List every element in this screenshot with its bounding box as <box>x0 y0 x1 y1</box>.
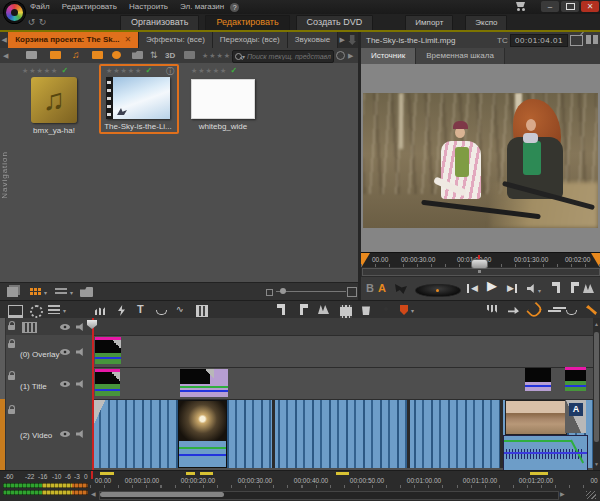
overlay-eye-icon[interactable] <box>60 349 70 355</box>
timecode-display[interactable]: 00:01:04.01 <box>510 34 568 47</box>
tabs-scroll-left-icon[interactable]: ◀ <box>0 32 8 48</box>
mark-out-icon[interactable] <box>571 282 574 293</box>
trash-icon[interactable] <box>362 305 370 315</box>
list-view-icon[interactable] <box>55 288 67 296</box>
tabs-scroll-right-icon[interactable]: ▶ <box>338 32 346 48</box>
tab-create-dvd[interactable]: Создать DVD <box>296 15 374 31</box>
film-icon[interactable] <box>340 305 352 318</box>
volume-dropdown-icon[interactable]: ▾ <box>538 285 541 297</box>
tab-import[interactable]: Импорт <box>405 15 453 31</box>
video-asset-thumbnail[interactable] <box>106 77 170 119</box>
scene-folder-icon[interactable] <box>80 287 93 297</box>
hscroll-right-icon[interactable]: ▶ <box>560 491 565 498</box>
tab-export[interactable]: Экспо <box>465 15 507 31</box>
dual-preview-icon[interactable] <box>586 35 598 44</box>
timeline-vertical-scrollbar[interactable]: ▲ ▼ <box>593 318 600 470</box>
timeline-settings-icon[interactable] <box>30 305 43 318</box>
timeline-mark-in-icon[interactable] <box>282 304 285 315</box>
undo-icon[interactable]: ↺ <box>26 17 37 27</box>
thumbnail-view-icon[interactable] <box>30 288 41 295</box>
track-header-overlay[interactable]: (0) Overlay <box>0 335 92 368</box>
horizontal-scroll-thumb[interactable] <box>100 492 224 497</box>
keyframe-line-icon[interactable] <box>548 310 561 312</box>
timeline-marker[interactable] <box>100 472 114 475</box>
sort-icon[interactable]: ⇅ <box>150 50 158 59</box>
tab-edit[interactable]: Редактировать <box>205 15 289 31</box>
timeline-marker[interactable] <box>530 472 548 475</box>
asset-sky-selected[interactable]: ★★★★★✓ⓘ The-Sky-is-the-Li... <box>102 66 174 131</box>
title-tool-icon[interactable]: T <box>137 303 144 315</box>
hscroll-left-icon[interactable]: ◀ <box>91 491 96 498</box>
title-speaker-icon[interactable] <box>76 380 85 388</box>
rating-stars[interactable]: ★★★★★ <box>22 67 58 74</box>
master-lock-icon[interactable] <box>8 325 15 330</box>
tab-timeline-view[interactable]: Временная шкала <box>416 48 505 64</box>
title-eye-icon[interactable] <box>60 381 70 387</box>
multitrack-icon[interactable] <box>196 305 208 317</box>
marker-dropdown-icon[interactable]: ▾ <box>411 307 414 314</box>
image-asset-thumbnail[interactable] <box>191 79 255 119</box>
menu-edit[interactable]: Редактировать <box>56 0 123 14</box>
split-clip-icon[interactable] <box>583 284 594 293</box>
volume-icon[interactable] <box>527 284 536 293</box>
redo-icon[interactable]: ↻ <box>37 17 48 27</box>
master-eye-icon[interactable] <box>60 324 70 330</box>
back-icon[interactable]: ◀ <box>3 52 8 61</box>
title-clip-2[interactable] <box>180 369 228 397</box>
search-icon[interactable] <box>235 53 242 60</box>
send-to-timeline-icon[interactable] <box>508 305 519 314</box>
razor-icon[interactable] <box>318 305 329 314</box>
audio-mixer-icon[interactable] <box>95 305 107 315</box>
new-track-icon[interactable] <box>22 322 37 333</box>
folder-icon[interactable] <box>132 51 143 59</box>
video-frame[interactable] <box>363 93 598 228</box>
storyboard-icon[interactable] <box>8 305 23 318</box>
help-icon[interactable]: ? <box>230 3 239 12</box>
scorefitter-icon[interactable]: ∿ <box>176 304 184 314</box>
effects-icon[interactable] <box>118 305 125 316</box>
maximize-button[interactable] <box>561 1 579 12</box>
title-clip-3[interactable] <box>525 368 551 391</box>
window-resize-grip[interactable] <box>586 491 596 499</box>
video-filter-icon[interactable] <box>50 51 61 59</box>
cart-icon[interactable] <box>514 1 530 11</box>
tab-effects[interactable]: Эффекты: (все) <box>139 32 213 48</box>
fullscreen-icon[interactable] <box>570 35 583 46</box>
a-roll-button[interactable]: A <box>378 282 386 294</box>
player-scrollbar-thumb[interactable] <box>362 268 600 276</box>
tab-project-bin[interactable]: Корзина проекта: The Sk...✕ <box>8 32 139 48</box>
asset-bmx[interactable]: ★★★★★✓ ♫ bmx_ya-ha! <box>18 66 90 135</box>
rating-stars[interactable]: ★★★★★ <box>191 67 227 74</box>
video-speaker-icon[interactable] <box>76 430 85 438</box>
timeline-marker[interactable] <box>336 472 349 475</box>
fireworks-clip[interactable] <box>178 400 227 468</box>
list-view-dropdown-icon[interactable]: ▾ <box>70 289 73 296</box>
b-roll-button[interactable]: B <box>366 282 374 294</box>
player-scrubber-handle[interactable] <box>471 259 488 269</box>
player-ruler[interactable]: 00.00 00:00:30.00 00:01:00.00 00:01:30.0… <box>361 252 600 268</box>
zoom-slider-handle[interactable] <box>280 288 286 294</box>
timeline-playhead-line[interactable] <box>92 318 94 470</box>
zoom-out-box-icon[interactable] <box>266 289 273 296</box>
audio-filter-icon[interactable]: ♫ <box>72 49 80 58</box>
title-clip-1[interactable] <box>95 369 120 396</box>
video-eye-icon[interactable] <box>60 431 70 437</box>
overlay-lock-icon[interactable] <box>8 343 15 348</box>
collections-icon[interactable] <box>184 51 195 59</box>
scroll-down-icon[interactable]: ▼ <box>593 461 600 467</box>
title-lock-icon[interactable] <box>8 375 15 380</box>
zoom-in-box-icon[interactable] <box>347 287 357 297</box>
search-input[interactable] <box>245 53 333 60</box>
import-media-icon[interactable] <box>26 51 37 59</box>
copy-stack-icon[interactable] <box>7 287 18 297</box>
pan-line[interactable] <box>504 452 587 454</box>
overlay-speaker-icon[interactable] <box>76 348 85 356</box>
menu-setup[interactable]: Настроить <box>123 0 174 14</box>
landscape-clip[interactable]: A <box>503 400 586 470</box>
prev-frame-button[interactable]: ◀ <box>471 282 478 294</box>
video-lock-icon[interactable] <box>8 409 15 414</box>
timeline-marker[interactable] <box>186 472 195 475</box>
thumbnail-view-dropdown-icon[interactable]: ▾ <box>44 289 47 296</box>
overlay-clip[interactable] <box>95 337 121 364</box>
close-button[interactable]: ✕ <box>581 1 599 12</box>
